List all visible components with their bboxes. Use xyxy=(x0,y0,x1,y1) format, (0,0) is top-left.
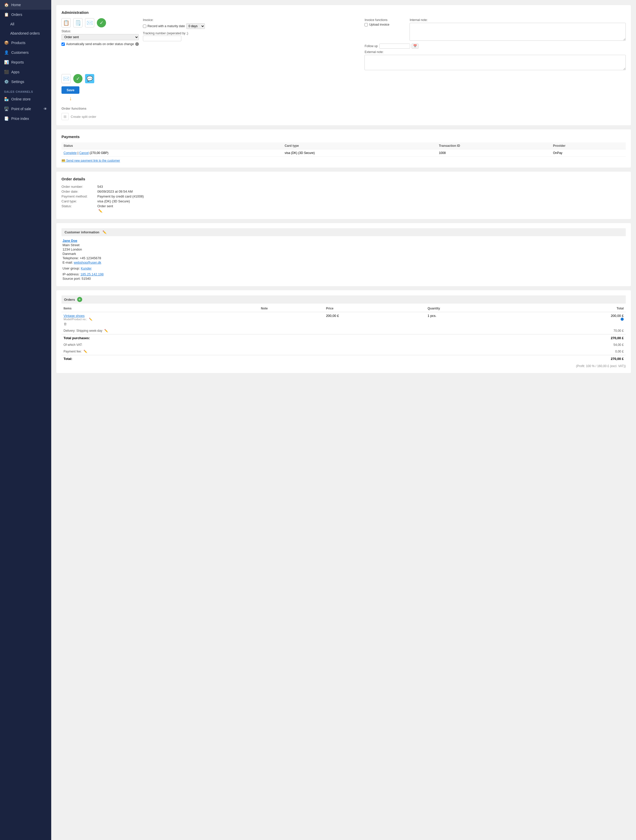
sidebar-item-home[interactable]: 🏠 Home xyxy=(0,0,51,10)
od-row-cardtype: Card type: visa (DK) (3D Secure) xyxy=(62,199,626,203)
upload-invoice-checkbox[interactable] xyxy=(365,23,368,26)
pay-col-provider: Provider xyxy=(551,142,626,149)
complete-link[interactable]: Complete xyxy=(63,151,77,155)
payments-title: Payments xyxy=(62,134,626,139)
sidebar-item-abandoned[interactable]: Abandoned orders xyxy=(0,29,51,38)
external-note-col: External note: xyxy=(365,50,626,71)
sidebar-item-settings[interactable]: ⚙️ Settings xyxy=(0,77,51,87)
second-icon-1[interactable]: ✉️ xyxy=(62,74,71,83)
vat-label: Of which VAT: xyxy=(62,341,524,348)
customer-edit-icon[interactable]: ✏️ xyxy=(103,230,107,234)
sidebar-item-online-store[interactable]: 🏪 Online store xyxy=(0,94,51,104)
second-chat-icon[interactable]: 💬 xyxy=(85,74,94,83)
pay-col-status: Status xyxy=(62,142,282,149)
invoice-icon-3[interactable]: ✉️ xyxy=(85,18,94,27)
order-details-title: Order details xyxy=(62,177,626,181)
upload-invoice-label: Upload invoice xyxy=(365,23,406,26)
invoice-icon-1[interactable]: 📋 xyxy=(62,18,71,27)
item-trash-icon[interactable]: 🗑 xyxy=(63,322,67,326)
status-select[interactable]: Order sent Order received Processing Shi… xyxy=(62,34,139,40)
invoice-functions-title: Invoice functions xyxy=(365,18,406,22)
calendar-button[interactable]: 📅 xyxy=(412,44,418,49)
od-row-status: Status: Order sent xyxy=(62,204,626,208)
customer-email[interactable]: webshop@user.dk xyxy=(74,261,101,264)
customer-info-title: Customer information xyxy=(65,230,99,234)
sidebar-item-orders-label: Orders xyxy=(11,13,22,17)
col-items: Items xyxy=(62,305,259,312)
customer-name[interactable]: Jane Doe xyxy=(63,239,77,243)
eye-icon: 👁 xyxy=(44,107,47,111)
status-row: Status: Order sent Order received Proces… xyxy=(62,30,139,46)
order-functions: Order functions ⊞ Create split order xyxy=(62,107,626,120)
sidebar-item-products[interactable]: 📦 Products xyxy=(0,38,51,47)
cancel-link[interactable]: Cancel xyxy=(79,151,88,155)
customer-ip-row: IP-address: 185.25.142.198 xyxy=(63,272,625,276)
total-purchases-val: 270,00 £ xyxy=(524,334,626,341)
second-complete-icon[interactable]: ✓ xyxy=(73,74,82,83)
customer-ip[interactable]: 185.25.142.198 xyxy=(80,272,104,276)
vat-val: 54,00 £ xyxy=(524,341,626,348)
edit-pen-icon[interactable]: ✏️ xyxy=(98,209,103,213)
invoice-icon-2[interactable]: 🗒️ xyxy=(73,18,82,27)
od-label-payment: Payment method: xyxy=(62,194,95,198)
main-content: Administration 📋 🗒️ ✉️ ✓ Status: Order s… xyxy=(51,0,636,840)
record-checkbox[interactable] xyxy=(143,25,146,28)
payment-txid-cell: 1008 xyxy=(437,149,551,157)
send-link-text[interactable]: Send new payment link to the customer xyxy=(66,159,120,163)
sidebar-item-point-of-sale[interactable]: 🖥️ Point of sale 👁 xyxy=(0,104,51,114)
internal-note-textarea[interactable] xyxy=(410,23,626,41)
sidebar-item-apps[interactable]: ⬛ Apps xyxy=(0,67,51,77)
delivery-total: 70,00 £ xyxy=(524,327,626,334)
grand-total-row: Total: 270,00 £ xyxy=(62,355,626,362)
send-payment-link[interactable]: 💳 Send new payment link to the customer xyxy=(62,159,626,163)
item-name-cell: Vintage shoes Model/Product no.: ✏️ 🗑 xyxy=(62,312,259,327)
sidebar-item-price-index[interactable]: 📑 Price index xyxy=(0,114,51,123)
create-split-row[interactable]: ⊞ Create split order xyxy=(62,113,626,120)
od-val-cardtype: visa (DK) (3D Secure) xyxy=(97,199,130,203)
od-val-number: 543 xyxy=(97,185,103,189)
follow-up-input[interactable] xyxy=(379,44,410,49)
orange-arrow: ↓ xyxy=(69,96,72,101)
sidebar-item-orders[interactable]: 📋 Orders xyxy=(0,10,51,19)
auto-email-checkbox[interactable] xyxy=(62,43,65,46)
od-row-date: Order date: 06/09/2023 at 09:54 AM xyxy=(62,189,626,193)
customer-group[interactable]: Kunder xyxy=(81,267,92,270)
fee-edit[interactable]: ✏️ xyxy=(84,350,87,353)
customer-info-card: Customer information ✏️ Jane Doe Main St… xyxy=(56,223,631,286)
item-model-row: Model/Product no.: ✏️ xyxy=(63,317,257,321)
od-label-date: Order date: xyxy=(62,189,95,193)
tracking-input[interactable] xyxy=(143,36,181,41)
orders-icon: 📋 xyxy=(4,12,9,17)
sidebar-item-customers[interactable]: 👤 Customers xyxy=(0,47,51,57)
item-model-edit[interactable]: ✏️ xyxy=(89,317,93,321)
home-icon: 🏠 xyxy=(4,3,9,7)
online-store-icon: 🏪 xyxy=(4,97,9,101)
external-note-textarea[interactable] xyxy=(365,55,626,70)
item-price-cell: 200,00 £ xyxy=(324,312,426,327)
od-label-status: Status: xyxy=(62,204,95,208)
invoice-complete-icon[interactable]: ✓ xyxy=(97,18,106,27)
sidebar-item-online-store-label: Online store xyxy=(11,97,30,101)
invoice-record-row: Record with a maturity date 0 days 7 day… xyxy=(143,23,361,29)
payment-provider-cell: OnPay xyxy=(551,149,626,157)
add-order-button[interactable]: + xyxy=(77,297,82,302)
save-button[interactable]: Save xyxy=(62,86,79,94)
od-val-status: Order sent xyxy=(97,204,113,208)
apps-icon: ⬛ xyxy=(4,69,9,74)
payment-fee-row: Payment fee: ✏️ 0,00 £ xyxy=(62,348,626,355)
sidebar-item-pos-label: Point of sale xyxy=(11,107,31,111)
sidebar-item-all[interactable]: All xyxy=(0,19,51,29)
payment-cardtype-cell: visa (DK) (3D Secure) xyxy=(282,149,437,157)
customer-info-body: Jane Doe Main Street 1234 London Danmark… xyxy=(62,239,626,281)
delivery-edit[interactable]: ✏️ xyxy=(104,329,108,333)
item-name-link[interactable]: Vintage shoes xyxy=(63,314,85,317)
payments-card: Payments Status Card type Transaction ID… xyxy=(56,129,631,167)
customers-icon: 👤 xyxy=(4,50,9,55)
sidebar-item-reports[interactable]: 📊 Reports xyxy=(0,57,51,67)
days-select[interactable]: 0 days 7 days 14 days 30 days xyxy=(186,23,205,29)
sidebar-item-apps-label: Apps xyxy=(11,70,19,74)
item-total-cell: 200,00 £ xyxy=(524,312,626,327)
sidebar-item-reports-label: Reports xyxy=(11,60,24,64)
create-split-label: Create split order xyxy=(71,115,96,118)
customer-info-header: Customer information ✏️ xyxy=(62,228,626,236)
